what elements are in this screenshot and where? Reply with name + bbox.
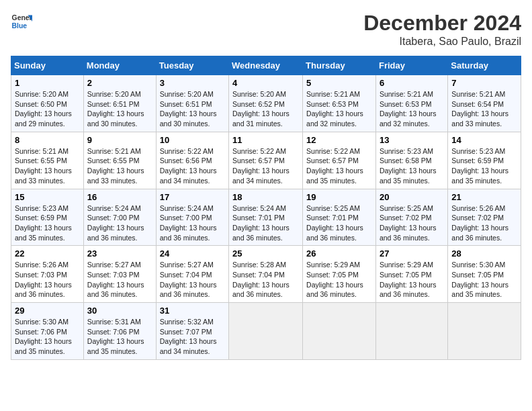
calendar-week-row: 22Sunrise: 5:26 AMSunset: 7:03 PMDayligh… — [11, 246, 521, 303]
day-info: Sunrise: 5:20 AMSunset: 6:52 PMDaylight:… — [232, 89, 299, 129]
day-number: 31 — [160, 306, 225, 316]
table-row: 30Sunrise: 5:31 AMSunset: 7:06 PMDayligh… — [83, 303, 156, 360]
day-number: 26 — [306, 248, 372, 259]
table-row: 9Sunrise: 5:21 AMSunset: 6:55 PMDaylight… — [83, 132, 156, 189]
table-row — [375, 303, 447, 360]
table-row: 27Sunrise: 5:29 AMSunset: 7:05 PMDayligh… — [375, 246, 447, 303]
table-row: 1Sunrise: 5:20 AMSunset: 6:50 PMDaylight… — [11, 75, 84, 132]
calendar-table: Sunday Monday Tuesday Wednesday Thursday… — [11, 56, 521, 360]
col-thursday: Thursday — [303, 56, 376, 75]
page-subtitle: Itabera, Sao Paulo, Brazil — [363, 36, 521, 48]
day-number: 16 — [87, 192, 152, 202]
table-row: 19Sunrise: 5:25 AMSunset: 7:01 PMDayligh… — [303, 189, 376, 246]
day-info: Sunrise: 5:32 AMSunset: 7:07 PMDaylight:… — [160, 317, 225, 357]
day-info: Sunrise: 5:27 AMSunset: 7:04 PMDaylight:… — [160, 260, 225, 300]
table-row: 8Sunrise: 5:21 AMSunset: 6:55 PMDaylight… — [11, 132, 84, 189]
col-friday: Friday — [375, 56, 447, 75]
day-info: Sunrise: 5:22 AMSunset: 6:57 PMDaylight:… — [232, 146, 299, 186]
day-info: Sunrise: 5:21 AMSunset: 6:53 PMDaylight:… — [306, 89, 372, 129]
day-number: 6 — [380, 78, 444, 88]
day-number: 12 — [306, 135, 372, 145]
table-row: 10Sunrise: 5:22 AMSunset: 6:56 PMDayligh… — [156, 132, 228, 189]
day-number: 11 — [232, 135, 299, 145]
day-number: 19 — [306, 192, 372, 202]
table-row: 25Sunrise: 5:28 AMSunset: 7:04 PMDayligh… — [229, 246, 303, 303]
day-info: Sunrise: 5:21 AMSunset: 6:54 PMDaylight:… — [451, 89, 517, 129]
table-row: 31Sunrise: 5:32 AMSunset: 7:07 PMDayligh… — [156, 303, 228, 360]
day-number: 30 — [87, 306, 152, 316]
day-number: 22 — [15, 248, 80, 259]
day-info: Sunrise: 5:20 AMSunset: 6:50 PMDaylight:… — [15, 89, 80, 129]
day-info: Sunrise: 5:24 AMSunset: 7:00 PMDaylight:… — [87, 203, 152, 243]
table-row: 20Sunrise: 5:25 AMSunset: 7:02 PMDayligh… — [375, 189, 447, 246]
day-info: Sunrise: 5:26 AMSunset: 7:03 PMDaylight:… — [15, 260, 80, 300]
day-number: 14 — [451, 135, 517, 145]
title-block: December 2024 Itabera, Sao Paulo, Brazil — [363, 11, 521, 48]
table-row — [448, 303, 521, 360]
table-row: 16Sunrise: 5:24 AMSunset: 7:00 PMDayligh… — [83, 189, 156, 246]
day-info: Sunrise: 5:22 AMSunset: 6:56 PMDaylight:… — [160, 146, 225, 186]
day-number: 15 — [15, 192, 80, 202]
day-number: 18 — [232, 192, 299, 202]
day-number: 8 — [15, 135, 80, 145]
day-info: Sunrise: 5:21 AMSunset: 6:55 PMDaylight:… — [87, 146, 152, 186]
day-number: 3 — [160, 78, 225, 88]
day-number: 25 — [232, 248, 299, 259]
calendar-week-row: 8Sunrise: 5:21 AMSunset: 6:55 PMDaylight… — [11, 132, 521, 189]
day-number: 17 — [160, 192, 225, 202]
table-row: 2Sunrise: 5:20 AMSunset: 6:51 PMDaylight… — [83, 75, 156, 132]
day-info: Sunrise: 5:31 AMSunset: 7:06 PMDaylight:… — [87, 317, 152, 357]
day-info: Sunrise: 5:23 AMSunset: 6:59 PMDaylight:… — [451, 146, 517, 186]
day-info: Sunrise: 5:28 AMSunset: 7:04 PMDaylight:… — [232, 260, 299, 300]
day-number: 24 — [160, 248, 225, 259]
calendar-week-row: 1Sunrise: 5:20 AMSunset: 6:50 PMDaylight… — [11, 75, 521, 132]
day-info: Sunrise: 5:21 AMSunset: 6:55 PMDaylight:… — [15, 146, 80, 186]
day-number: 2 — [87, 78, 152, 88]
day-number: 28 — [451, 248, 517, 259]
logo: General Blue — [11, 11, 32, 32]
table-row: 24Sunrise: 5:27 AMSunset: 7:04 PMDayligh… — [156, 246, 228, 303]
table-row: 23Sunrise: 5:27 AMSunset: 7:03 PMDayligh… — [83, 246, 156, 303]
logo-icon: General Blue — [11, 11, 32, 32]
col-monday: Monday — [83, 56, 156, 75]
col-saturday: Saturday — [448, 56, 521, 75]
day-info: Sunrise: 5:29 AMSunset: 7:05 PMDaylight:… — [306, 260, 372, 300]
table-row: 14Sunrise: 5:23 AMSunset: 6:59 PMDayligh… — [448, 132, 521, 189]
day-number: 29 — [15, 306, 80, 316]
col-sunday: Sunday — [11, 56, 84, 75]
table-row: 6Sunrise: 5:21 AMSunset: 6:53 PMDaylight… — [375, 75, 447, 132]
page-header: General Blue December 2024 Itabera, Sao … — [11, 11, 521, 48]
day-info: Sunrise: 5:23 AMSunset: 6:59 PMDaylight:… — [15, 203, 80, 243]
page-title: December 2024 — [363, 11, 521, 36]
day-number: 5 — [306, 78, 372, 88]
day-info: Sunrise: 5:24 AMSunset: 7:01 PMDaylight:… — [232, 203, 299, 243]
col-wednesday: Wednesday — [229, 56, 303, 75]
table-row: 4Sunrise: 5:20 AMSunset: 6:52 PMDaylight… — [229, 75, 303, 132]
day-number: 23 — [87, 248, 152, 259]
table-row: 11Sunrise: 5:22 AMSunset: 6:57 PMDayligh… — [229, 132, 303, 189]
day-info: Sunrise: 5:29 AMSunset: 7:05 PMDaylight:… — [380, 260, 444, 300]
day-info: Sunrise: 5:20 AMSunset: 6:51 PMDaylight:… — [87, 89, 152, 129]
table-row: 21Sunrise: 5:26 AMSunset: 7:02 PMDayligh… — [448, 189, 521, 246]
table-row: 17Sunrise: 5:24 AMSunset: 7:00 PMDayligh… — [156, 189, 228, 246]
day-number: 7 — [451, 78, 517, 88]
table-row: 3Sunrise: 5:20 AMSunset: 6:51 PMDaylight… — [156, 75, 228, 132]
table-row: 22Sunrise: 5:26 AMSunset: 7:03 PMDayligh… — [11, 246, 84, 303]
day-info: Sunrise: 5:23 AMSunset: 6:58 PMDaylight:… — [380, 146, 444, 186]
day-info: Sunrise: 5:26 AMSunset: 7:02 PMDaylight:… — [451, 203, 517, 243]
table-row: 5Sunrise: 5:21 AMSunset: 6:53 PMDaylight… — [303, 75, 376, 132]
day-number: 10 — [160, 135, 225, 145]
calendar-header-row: Sunday Monday Tuesday Wednesday Thursday… — [11, 56, 521, 75]
day-info: Sunrise: 5:25 AMSunset: 7:01 PMDaylight:… — [306, 203, 372, 243]
day-number: 21 — [451, 192, 517, 202]
day-number: 9 — [87, 135, 152, 145]
calendar-week-row: 15Sunrise: 5:23 AMSunset: 6:59 PMDayligh… — [11, 189, 521, 246]
day-info: Sunrise: 5:22 AMSunset: 6:57 PMDaylight:… — [306, 146, 372, 186]
table-row: 26Sunrise: 5:29 AMSunset: 7:05 PMDayligh… — [303, 246, 376, 303]
table-row — [303, 303, 376, 360]
table-row: 12Sunrise: 5:22 AMSunset: 6:57 PMDayligh… — [303, 132, 376, 189]
day-number: 20 — [380, 192, 444, 202]
day-number: 27 — [380, 248, 444, 259]
day-info: Sunrise: 5:20 AMSunset: 6:51 PMDaylight:… — [160, 89, 225, 129]
day-info: Sunrise: 5:30 AMSunset: 7:05 PMDaylight:… — [451, 260, 517, 300]
